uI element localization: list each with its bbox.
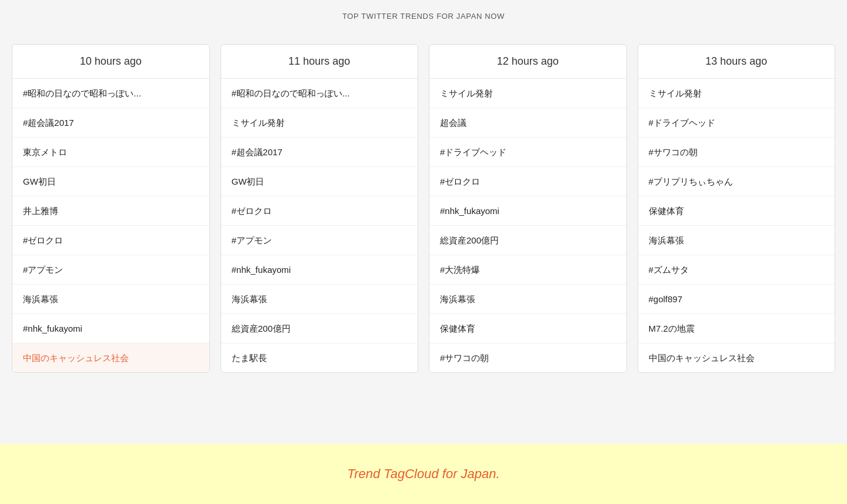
trend-item[interactable]: 中国のキャッシュレス社会 [12,343,209,372]
footer-text: Trend TagCloud for Japan. [12,466,835,482]
trend-item[interactable]: #大洗特爆 [429,255,626,285]
trend-item[interactable]: 海浜幕張 [12,285,209,314]
trend-item[interactable]: 東京メトロ [12,138,209,167]
trend-item[interactable]: GW初日 [221,167,418,196]
trend-item[interactable]: #昭和の日なので昭和っぽい... [221,79,418,108]
trend-item[interactable]: #nhk_fukayomi [221,255,418,285]
trend-item[interactable]: #golf897 [638,285,835,314]
trend-item[interactable]: #ズムサタ [638,255,835,285]
trend-item[interactable]: たま駅長 [221,343,418,372]
trend-item[interactable]: #ドライブヘッド [638,108,835,138]
trend-item[interactable]: 保健体育 [638,196,835,226]
trend-column-col-11h: 11 hours ago#昭和の日なので昭和っぽい...ミサイル発射#超会議20… [221,44,419,373]
trend-item[interactable]: 総資産200億円 [429,226,626,255]
trend-item[interactable]: #nhk_fukayomi [429,196,626,226]
trend-item[interactable]: #プリプリちぃちゃん [638,167,835,196]
column-header-col-10h: 10 hours ago [12,45,209,79]
trend-item[interactable]: 海浜幕張 [429,285,626,314]
trend-item[interactable]: #nhk_fukayomi [12,314,209,343]
trend-item[interactable]: #ゼロクロ [221,196,418,226]
trend-item[interactable]: 総資産200億円 [221,314,418,343]
trend-item[interactable]: 海浜幕張 [638,226,835,255]
trends-container: 10 hours ago#昭和の日なので昭和っぽい...#超会議2017東京メト… [0,26,847,444]
trend-item[interactable]: M7.2の地震 [638,314,835,343]
column-header-col-11h: 11 hours ago [221,45,418,79]
trend-item[interactable]: ミサイル発射 [638,79,835,108]
trend-item[interactable]: #ゼロクロ [12,226,209,255]
footer-section: Trend TagCloud for Japan. [0,444,847,504]
trend-item[interactable]: #超会議2017 [12,108,209,138]
trend-column-col-12h: 12 hours agoミサイル発射超会議#ドライブヘッド#ゼロクロ#nhk_f… [429,44,627,373]
trend-item[interactable]: #超会議2017 [221,138,418,167]
trend-item[interactable]: 保健体育 [429,314,626,343]
trend-item[interactable]: #ドライブヘッド [429,138,626,167]
trend-column-col-10h: 10 hours ago#昭和の日なので昭和っぽい...#超会議2017東京メト… [12,44,210,373]
trend-item[interactable]: ミサイル発射 [429,79,626,108]
column-header-col-12h: 12 hours ago [429,45,626,79]
trend-item[interactable]: ミサイル発射 [221,108,418,138]
trend-item[interactable]: 中国のキャッシュレス社会 [638,343,835,372]
trend-item[interactable]: #昭和の日なので昭和っぽい... [12,79,209,108]
trend-item[interactable]: #ゼロクロ [429,167,626,196]
trend-item[interactable]: 海浜幕張 [221,285,418,314]
trend-item[interactable]: 超会議 [429,108,626,138]
page-title: TOP TWITTER TRENDS FOR JAPAN NOW [0,0,847,26]
trend-item[interactable]: 井上雅博 [12,196,209,226]
column-header-col-13h: 13 hours ago [638,45,835,79]
trend-item[interactable]: #サワコの朝 [429,343,626,372]
trend-item[interactable]: #サワコの朝 [638,138,835,167]
trend-item[interactable]: #アプモン [221,226,418,255]
trend-item[interactable]: GW初日 [12,167,209,196]
trend-column-col-13h: 13 hours agoミサイル発射#ドライブヘッド#サワコの朝#プリプリちぃち… [638,44,836,373]
trend-item[interactable]: #アプモン [12,255,209,285]
